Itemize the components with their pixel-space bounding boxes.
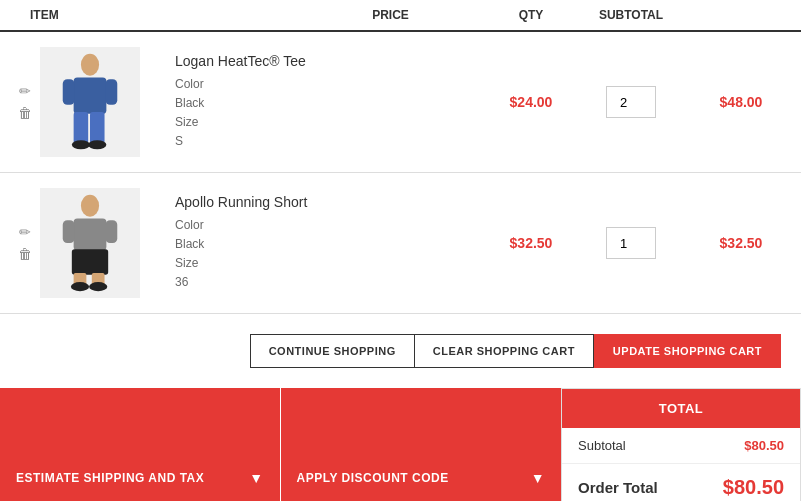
svg-point-8 <box>81 195 99 217</box>
attr-color-value: Black <box>175 235 481 254</box>
header-subtotal: SUBTOTAL <box>581 8 681 22</box>
svg-point-7 <box>88 140 106 149</box>
product-info: Apollo Running Short Color Black Size 36 <box>160 194 481 293</box>
attr-size-value: 36 <box>175 273 481 292</box>
order-total-row: Order Total $80.50 <box>562 464 800 501</box>
clear-cart-button[interactable]: CLEAR SHOPPING CART <box>415 334 594 368</box>
qty-cell <box>581 227 681 259</box>
svg-rect-12 <box>72 249 108 274</box>
svg-point-0 <box>81 54 99 76</box>
total-panel: TOTAL Subtotal $80.50 Order Total $80.50… <box>561 388 801 501</box>
svg-rect-2 <box>63 79 75 104</box>
shipping-chevron-icon: ▼ <box>249 470 263 486</box>
svg-rect-4 <box>74 112 89 144</box>
order-total-value: $80.50 <box>723 476 784 499</box>
product-subtotal: $32.50 <box>681 235 801 251</box>
cart-row: ✏ 🗑 Apollo Running Short Color Black <box>0 173 801 314</box>
header-price: PRICE <box>300 8 481 22</box>
cart-row: ✏ 🗑 Logan HeatTec® Tee Color Black Size … <box>0 32 801 173</box>
svg-point-15 <box>71 282 89 291</box>
attr-color-label: Color <box>175 216 481 235</box>
discount-panel[interactable]: APPLY DISCOUNT CODE ▼ <box>281 388 562 501</box>
svg-point-16 <box>89 282 107 291</box>
product-info: Logan HeatTec® Tee Color Black Size S <box>160 53 481 152</box>
svg-rect-3 <box>105 79 117 104</box>
subtotal-value: $80.50 <box>744 438 784 453</box>
attr-color-value: Black <box>175 94 481 113</box>
row-actions: ✏ 🗑 <box>0 224 40 262</box>
qty-cell <box>581 86 681 118</box>
product-attrs: Color Black Size 36 <box>175 216 481 293</box>
cart-header: ITEM PRICE QTY SUBTOTAL <box>0 0 801 32</box>
svg-rect-10 <box>63 220 75 243</box>
attr-size-label: Size <box>175 254 481 273</box>
attr-color-label: Color <box>175 75 481 94</box>
product-price: $24.00 <box>481 94 581 110</box>
svg-rect-11 <box>105 220 117 243</box>
svg-rect-9 <box>74 218 107 250</box>
subtotal-row: Subtotal $80.50 <box>562 428 800 464</box>
product-subtotal: $48.00 <box>681 94 801 110</box>
edit-icon[interactable]: ✏ <box>19 83 31 99</box>
row-actions: ✏ 🗑 <box>0 83 40 121</box>
svg-point-6 <box>72 140 90 149</box>
edit-icon[interactable]: ✏ <box>19 224 31 240</box>
order-total-label: Order Total <box>578 479 658 496</box>
attr-size-value: S <box>175 132 481 151</box>
product-name: Logan HeatTec® Tee <box>175 53 481 69</box>
product-image <box>40 47 140 157</box>
action-buttons-row: CONTINUE SHOPPING CLEAR SHOPPING CART UP… <box>0 334 801 368</box>
product-name: Apollo Running Short <box>175 194 481 210</box>
header-item: ITEM <box>20 8 300 22</box>
shipping-label: ESTIMATE SHIPPING AND TAX <box>16 471 204 485</box>
subtotal-label: Subtotal <box>578 438 626 453</box>
product-attrs: Color Black Size S <box>175 75 481 152</box>
qty-input[interactable] <box>606 86 656 118</box>
delete-icon[interactable]: 🗑 <box>18 246 32 262</box>
product-image <box>40 188 140 298</box>
bottom-section: ESTIMATE SHIPPING AND TAX ▼ APPLY DISCOU… <box>0 388 801 501</box>
discount-label: APPLY DISCOUNT CODE <box>297 471 449 485</box>
shipping-panel[interactable]: ESTIMATE SHIPPING AND TAX ▼ <box>0 388 281 501</box>
product-price: $32.50 <box>481 235 581 251</box>
qty-input[interactable] <box>606 227 656 259</box>
attr-size-label: Size <box>175 113 481 132</box>
delete-icon[interactable]: 🗑 <box>18 105 32 121</box>
update-cart-button[interactable]: UPDATE SHOPPING CART <box>594 334 781 368</box>
discount-chevron-icon: ▼ <box>531 470 545 486</box>
header-qty: QTY <box>481 8 581 22</box>
svg-rect-1 <box>74 77 107 113</box>
continue-shopping-button[interactable]: CONTINUE SHOPPING <box>250 334 415 368</box>
total-header: TOTAL <box>562 389 800 428</box>
svg-rect-5 <box>90 112 105 144</box>
